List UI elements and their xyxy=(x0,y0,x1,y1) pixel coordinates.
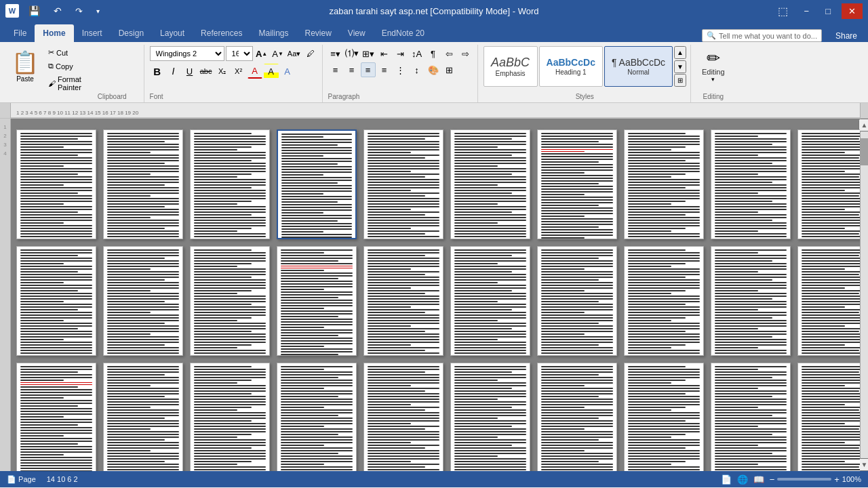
page-thumb[interactable] xyxy=(711,363,791,471)
bullets-button[interactable]: ≡▾ xyxy=(328,46,343,61)
tab-view[interactable]: View xyxy=(340,24,374,42)
page-thumb[interactable] xyxy=(16,129,96,239)
page-thumb[interactable] xyxy=(103,246,183,356)
increase-font-size-button[interactable]: A▲ xyxy=(254,46,269,61)
save-button[interactable]: 💾 xyxy=(23,4,45,18)
superscript-button[interactable]: X² xyxy=(231,64,246,79)
style-emphasis[interactable]: AaBbC Emphasis xyxy=(484,46,538,87)
page-thumb[interactable] xyxy=(363,363,443,471)
bold-button[interactable]: B xyxy=(150,64,165,79)
show-marks-button[interactable]: ¶ xyxy=(426,46,441,61)
page-thumb[interactable] xyxy=(450,363,530,471)
page-thumb[interactable] xyxy=(363,246,443,356)
multilevel-list-button[interactable]: ⊞▾ xyxy=(361,46,376,61)
ltr-button[interactable]: ⇨ xyxy=(458,46,473,61)
tab-mailings[interactable]: Mailings xyxy=(250,24,296,42)
page-thumb[interactable] xyxy=(16,363,96,471)
view-mode-read[interactable]: 📖 xyxy=(753,474,764,485)
page-thumb[interactable] xyxy=(797,246,860,356)
styles-scroll-up[interactable]: ▲ xyxy=(674,46,686,59)
columns-button[interactable]: ⋮ xyxy=(393,62,408,77)
tab-design[interactable]: Design xyxy=(111,24,152,42)
page-thumb[interactable] xyxy=(103,129,183,239)
redo-button[interactable]: ↷ xyxy=(70,5,88,18)
subscript-button[interactable]: X₂ xyxy=(215,64,230,79)
page-thumb[interactable] xyxy=(190,129,270,239)
page-thumb[interactable] xyxy=(190,363,270,471)
tab-endnote[interactable]: EndNote 20 xyxy=(374,24,433,42)
numbering-button[interactable]: ⑴▾ xyxy=(344,46,359,61)
rtl-button[interactable]: ⇦ xyxy=(442,46,457,61)
page-thumb[interactable] xyxy=(711,246,791,356)
view-mode-print[interactable]: 📄 xyxy=(721,474,732,485)
style-heading1[interactable]: AaBbCcDc Heading 1 xyxy=(539,46,603,87)
align-center-button[interactable]: ≡ xyxy=(344,62,359,77)
page-thumb[interactable] xyxy=(363,129,443,239)
page-thumb[interactable] xyxy=(537,246,617,356)
italic-button[interactable]: I xyxy=(166,64,181,79)
text-effects-button[interactable]: A xyxy=(280,64,295,79)
line-spacing-button[interactable]: ↕ xyxy=(410,62,425,77)
view-mode-web[interactable]: 🌐 xyxy=(737,474,748,485)
underline-button[interactable]: U xyxy=(182,64,197,79)
styles-expand[interactable]: ⊞ xyxy=(674,74,686,87)
maximize-button[interactable]: □ xyxy=(820,5,836,18)
align-left-button[interactable]: ≡ xyxy=(328,62,343,77)
tab-layout[interactable]: Layout xyxy=(152,24,193,42)
zoom-out-button[interactable]: − xyxy=(770,474,775,485)
style-normal[interactable]: ¶ AaBbCcDc Normal xyxy=(604,46,673,87)
tab-references[interactable]: References xyxy=(193,24,250,42)
page-thumb[interactable] xyxy=(537,363,617,471)
tab-insert[interactable]: Insert xyxy=(74,24,111,42)
share-button[interactable]: Share xyxy=(830,30,863,42)
page-thumb[interactable] xyxy=(624,246,704,356)
page-thumb[interactable] xyxy=(277,129,357,239)
close-button[interactable]: ✕ xyxy=(842,3,863,19)
page-thumb[interactable] xyxy=(624,363,704,471)
styles-scroll-down[interactable]: ▼ xyxy=(674,60,686,73)
page-thumb[interactable] xyxy=(16,246,96,356)
font-family-dropdown[interactable]: Wingdings 2 xyxy=(150,46,224,61)
tab-review[interactable]: Review xyxy=(296,24,339,42)
tab-file[interactable]: File xyxy=(5,24,35,42)
borders-button[interactable]: ⊞ xyxy=(442,62,457,77)
decrease-font-size-button[interactable]: A▼ xyxy=(271,46,285,61)
page-thumb[interactable] xyxy=(450,246,530,356)
strikethrough-button[interactable]: abc xyxy=(199,64,214,79)
cut-button[interactable]: ✂ Cut xyxy=(45,46,85,59)
page-thumb[interactable] xyxy=(277,246,357,356)
page-thumb[interactable] xyxy=(797,363,860,471)
tab-home[interactable]: Home xyxy=(35,24,73,42)
tell-me-input[interactable]: 🔍 Tell me what you want to do... xyxy=(702,29,822,42)
page-thumb[interactable] xyxy=(624,129,704,239)
page-thumb[interactable] xyxy=(450,129,530,239)
justify-button[interactable]: ≡ xyxy=(377,62,392,77)
undo-button[interactable]: ↶ xyxy=(48,4,67,18)
page-thumb[interactable] xyxy=(537,129,617,239)
zoom-in-button[interactable]: + xyxy=(834,474,840,485)
page-area[interactable] xyxy=(11,119,860,471)
page-thumb[interactable] xyxy=(190,246,270,356)
clear-formatting-button[interactable]: 🖊 xyxy=(303,46,318,61)
zoom-slider[interactable] xyxy=(777,478,831,481)
page-thumb[interactable] xyxy=(711,129,791,239)
page-thumb[interactable] xyxy=(797,129,860,239)
vertical-scrollbar[interactable]: ▲ ▼ xyxy=(860,119,868,471)
increase-indent-button[interactable]: ⇥ xyxy=(393,46,408,61)
paste-button[interactable]: 📋 Paste xyxy=(7,46,43,84)
minimize-button[interactable]: − xyxy=(799,5,815,18)
page-thumb[interactable] xyxy=(277,363,357,471)
editing-dropdown-icon[interactable]: ▾ xyxy=(711,76,715,83)
decrease-indent-button[interactable]: ⇤ xyxy=(377,46,392,61)
scroll-thumb[interactable] xyxy=(861,138,868,165)
ribbon-display-button[interactable]: ⬚ xyxy=(772,3,793,19)
font-color-button[interactable]: A xyxy=(248,64,262,79)
highlight-button[interactable]: A xyxy=(264,64,279,79)
customize-qat-button[interactable]: ▾ xyxy=(91,6,105,16)
font-size-dropdown[interactable]: 16 xyxy=(226,46,253,61)
sort-button[interactable]: ↕A xyxy=(410,46,425,61)
align-right-button[interactable]: ≡ xyxy=(361,62,376,77)
page-thumb[interactable] xyxy=(103,363,183,471)
copy-button[interactable]: ⧉ Copy xyxy=(45,60,85,73)
change-case-button[interactable]: Aa▾ xyxy=(287,46,302,61)
